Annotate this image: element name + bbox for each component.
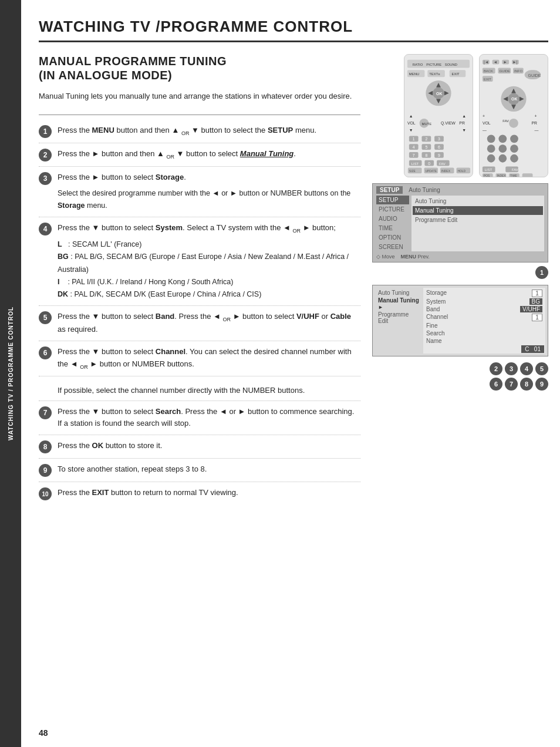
svg-text:6: 6 [438,145,440,149]
svg-text:PICTURE: PICTURE [426,63,441,66]
step-number-8: 8 [39,440,52,453]
svg-text:MUTE: MUTE [421,122,431,126]
svg-text:1: 1 [413,137,415,141]
step-10-text: Press the EXIT button to return to norma… [58,487,360,499]
step-number-4: 4 [39,223,52,235]
step-7: 7 Press the ▼ button to select Search. P… [39,401,360,436]
sidebar-label: WATCHING TV / PROGRAMME CONTROL [0,0,21,747]
svg-point-91 [487,134,495,143]
svg-point-95 [498,144,507,153]
step-10: 10 Press the EXIT button to return to no… [39,482,360,505]
svg-text:2: 2 [425,137,427,141]
svg-text:OK: OK [436,92,442,96]
svg-text:HOLD: HOLD [457,170,465,173]
svg-text:0: 0 [428,161,430,166]
svg-text:EXIT: EXIT [452,72,460,76]
step-number-3: 3 [39,172,52,185]
svg-text:▼: ▼ [409,128,413,132]
svg-text:|◄: |◄ [484,60,489,65]
svg-text:TEXT≡: TEXT≡ [429,72,440,76]
svg-text:FAV: FAV [512,168,518,171]
step-number-2: 2 [39,149,52,161]
remote-right-svg: |◄ ◄ ► ►| BACK GUIDE INFO EXIT [479,54,548,177]
step-6-extra: If possible, select the channel number d… [39,381,360,401]
svg-text:VOL: VOL [483,121,491,125]
svg-point-93 [510,134,518,143]
diagram-circle-1: 1 [372,266,548,279]
svg-point-97 [487,154,495,163]
svg-text:5: 5 [425,145,427,149]
setup-menu-screenshot: SETUP Auto Tuning SETUP PICTURE AUDIO TI… [372,183,548,263]
svg-text:+: + [534,114,537,118]
step-3-text: Press the ► button to select Storage. Se… [58,171,360,212]
circle-5: 5 [535,362,548,375]
svg-text:▼: ▼ [462,128,466,132]
step-2: 2 Press the ► button and then ▲ OR ▼ but… [39,143,360,167]
svg-text:MENU: MENU [409,72,419,76]
step-1: 1 Press the MENU button and then ▲ OR ▼ … [39,120,360,143]
step-8-text: Press the OK button to store it. [58,440,360,452]
step-5: 5 Press the ▼ button to select Band. Pre… [39,306,360,341]
svg-text:POS: POS [484,174,490,177]
remote-images: RATIO PICTURE SOUND MENU TEXT≡ EXIT O [372,54,548,177]
svg-text:FAV: FAV [439,162,446,166]
svg-text:—: — [534,128,538,132]
svg-text:INDEX: INDEX [441,170,451,173]
step-number-9: 9 [39,464,52,477]
svg-text:GUIDE: GUIDE [528,73,541,78]
page-number: 48 [39,728,48,738]
circle-2: 2 [490,362,502,375]
svg-text:BACK: BACK [484,69,493,73]
right-column: RATIO PICTURE SOUND MENU TEXT≡ EXIT O [372,54,548,505]
circle-4: 4 [520,362,533,375]
svg-text:INFO: INFO [514,69,522,73]
svg-text:4: 4 [413,145,415,149]
svg-point-94 [487,144,495,153]
step-3: 3 Press the ► button to select Storage. … [39,167,360,217]
manual-tuning-menu-screenshot: Auto Tuning Manual Tuning ► Programme Ed… [372,285,548,356]
step-6: 6 Press the ▼ button to select Channel. … [39,341,360,376]
remote-left-svg: RATIO PICTURE SOUND MENU TEXT≡ EXIT O [404,54,473,177]
svg-text:PR: PR [531,121,537,125]
svg-point-88 [509,119,518,128]
svg-text:►: ► [503,60,507,64]
diagram-circles: 2 3 4 5 6 7 8 9 [372,362,548,391]
svg-point-98 [498,154,507,163]
svg-text:9: 9 [438,153,440,157]
svg-text:LIST: LIST [485,168,492,171]
step-9-text: To store another station, repeat steps 3… [58,463,360,476]
circle-6: 6 [490,378,502,391]
circle-7: 7 [505,378,518,391]
svg-text:OK: OK [511,97,517,101]
svg-text:▲: ▲ [462,114,466,118]
svg-point-92 [498,134,507,143]
svg-text:GUIDE: GUIDE [499,69,510,73]
main-content: WATCHING TV /PROGRAMME CONTROL MANUAL PR… [21,0,560,747]
svg-text:▲: ▲ [409,114,413,118]
intro-text: Manual Tuning lets you manually tune and… [39,90,360,103]
svg-text:Q.VIEW: Q.VIEW [441,121,456,126]
circle-8: 8 [520,378,533,391]
step-7-text: Press the ▼ button to select Search. Pre… [58,406,360,430]
circle-3: 3 [505,362,518,375]
svg-point-96 [510,144,518,153]
step-8: 8 Press the OK button to store it. [39,435,360,459]
step-4-text: Press the ▼ button to select System. Sel… [58,222,360,301]
sidebar-text: WATCHING TV / PROGRAMME CONTROL [8,307,14,440]
svg-rect-107 [522,173,533,177]
step-6-text: Press the ▼ button to select Channel. Yo… [58,346,360,371]
svg-text:VOL: VOL [407,121,416,125]
section-title: MANUAL PROGRAMME TUNING (IN ANALOGUE MOD… [39,54,360,82]
svg-text:UPDATE: UPDATE [425,170,437,173]
svg-text:8: 8 [425,153,427,157]
svg-text:3: 3 [438,137,440,141]
svg-text:INDEX: INDEX [497,174,506,177]
svg-text:RATIO: RATIO [413,63,423,66]
page-title: WATCHING TV /PROGRAMME CONTROL [39,18,548,42]
step-9: 9 To store another station, repeat steps… [39,459,360,482]
step-number-5: 5 [39,311,52,324]
step-5-text: Press the ▼ button to select Band. Press… [58,311,360,336]
svg-text:TIME: TIME [510,174,517,177]
svg-point-99 [510,154,518,163]
step-2-text: Press the ► button and then ▲ OR ▼ butto… [58,148,360,161]
